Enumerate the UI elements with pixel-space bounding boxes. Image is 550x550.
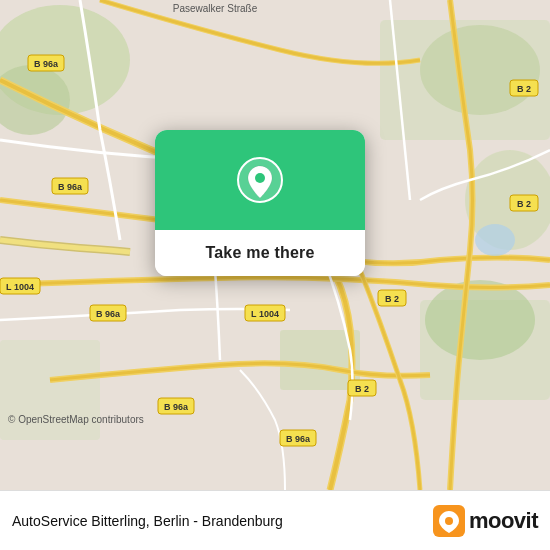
svg-text:Pasewalker Straße: Pasewalker Straße bbox=[173, 3, 258, 14]
svg-text:B 2: B 2 bbox=[385, 294, 399, 304]
svg-text:B 96a: B 96a bbox=[286, 434, 311, 444]
popup-card: Take me there bbox=[155, 130, 365, 276]
moovit-logo: moovit bbox=[433, 505, 538, 537]
moovit-brand-icon bbox=[433, 505, 465, 537]
svg-point-35 bbox=[475, 224, 515, 256]
svg-point-7 bbox=[425, 280, 535, 360]
svg-point-4 bbox=[420, 25, 540, 115]
svg-text:B 96a: B 96a bbox=[96, 309, 121, 319]
bottom-bar: AutoService Bitterling, Berlin - Branden… bbox=[0, 490, 550, 550]
svg-rect-9 bbox=[0, 340, 100, 440]
svg-text:B 96a: B 96a bbox=[164, 402, 189, 412]
take-me-there-button[interactable]: Take me there bbox=[155, 230, 365, 276]
svg-text:B 2: B 2 bbox=[517, 199, 531, 209]
svg-point-39 bbox=[445, 517, 453, 525]
svg-text:B 2: B 2 bbox=[517, 84, 531, 94]
svg-text:B 96a: B 96a bbox=[34, 59, 59, 69]
map-container: B 96a B 96a B 96a B 96a B 96a B 96a B 2 … bbox=[0, 0, 550, 490]
moovit-brand-name: moovit bbox=[469, 508, 538, 534]
svg-text:B 2: B 2 bbox=[355, 384, 369, 394]
svg-point-37 bbox=[255, 173, 265, 183]
svg-text:B 96a: B 96a bbox=[58, 182, 83, 192]
location-pin-icon bbox=[236, 156, 284, 204]
svg-text:L 1004: L 1004 bbox=[251, 309, 279, 319]
popup-green-area bbox=[155, 130, 365, 230]
location-name: AutoService Bitterling, Berlin - Branden… bbox=[12, 513, 433, 529]
map-attribution: © OpenStreetMap contributors bbox=[8, 414, 144, 425]
svg-text:L 1004: L 1004 bbox=[6, 282, 34, 292]
